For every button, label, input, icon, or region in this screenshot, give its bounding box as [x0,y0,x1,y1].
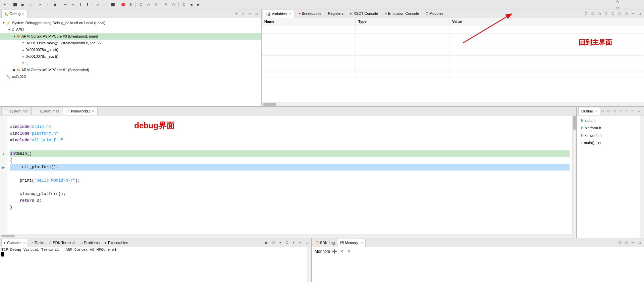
variables-tab[interactable]: 📊 Variables ✕ [263,10,295,18]
debug-frame-0[interactable]: ≡ 0x001005ec main(): ../src/helloworld.c… [0,40,261,46]
debug-arm-core0-item[interactable]: ▾ ⚙ ARM Cortex-A9 MPCore #0 (Breakpoint:… [0,33,261,40]
problems-tab[interactable]: ⚠ Problems [78,239,102,247]
variables-hscrollbar[interactable] [262,102,644,106]
var-action-btn-7[interactable]: ⬡ [623,11,629,17]
console-btn-2[interactable]: ⬡ [270,240,276,246]
debug-frame-2[interactable]: ≡ 0x0010078c _start() [0,53,261,60]
toolbar-btn-18[interactable]: ⬡ [152,1,159,8]
monitor-close-btn[interactable]: ✕ [346,248,352,254]
editor-hscrollbar[interactable] [0,234,576,238]
toolbar-btn-20[interactable]: ⬡ [170,1,177,8]
toolbar-btn-4[interactable]: ▸ [37,1,44,8]
outline-item-main[interactable]: ● main() : int [578,139,639,146]
outline-item-platform[interactable]: H platform.h [578,124,639,132]
toolbar-btn-19[interactable]: ✎ [163,1,169,8]
debug-frame-3[interactable]: ≡ ... [0,60,261,66]
editor-vscrollbar[interactable] [572,115,576,234]
outline-item-stdio[interactable]: H stdio.h [578,117,639,124]
var-action-btn-4[interactable]: ⬡ [603,11,609,17]
toolbar-btn-11[interactable]: ▷ [95,1,101,8]
debug-tab-close[interactable]: ✕ [22,12,24,15]
toolbar-btn-22[interactable]: ◀ [188,1,195,8]
console-btn-1[interactable]: ▶ [264,240,270,246]
outline-minimize-btn[interactable]: ─ [636,108,642,114]
gutter-bp[interactable]: ● [0,150,7,157]
console-btn-5[interactable]: ▾ [290,240,297,246]
console-minimize-btn[interactable]: ─ [297,240,303,246]
debug-maximize-btn[interactable]: □ [254,11,260,17]
outline-btn-4[interactable]: ⬡ [618,108,624,114]
variables-hscroll-thumb[interactable] [263,103,276,106]
toolbar-btn-16[interactable]: ⬡ [138,1,144,8]
toolbar-btn-10[interactable]: ⬇ [84,1,91,8]
outline-btn-5[interactable]: ⬡ [624,108,630,114]
toolbar-btn-5[interactable]: ⏸ [44,1,51,8]
registers-tab[interactable]: Registers [325,10,346,18]
toolbar-menu-btn[interactable]: ▾ [1,1,8,8]
toolbar-btn-17[interactable]: ⬡ [145,1,152,8]
editor-hscroll-thumb[interactable] [1,235,15,237]
debug-apu-item[interactable]: ▾ ⚙ APU [0,26,261,33]
memory-tab[interactable]: 💾 Memory ✕ [338,239,366,247]
toolbar-btn-12[interactable]: ⬜ [102,1,109,8]
outline-tab-close[interactable]: ✕ [594,109,597,113]
debug-xc7z010-item[interactable]: 🔧 xc7z010 [0,73,261,80]
monitor-add-btn[interactable]: ➕ [331,248,337,254]
outline-btn-3[interactable]: ⬡ [612,108,618,114]
outline-btn-2[interactable]: ⬡ [606,108,611,114]
sdk-btn-1[interactable]: ⬡ [616,240,623,246]
breakpoints-tab[interactable]: ● Breakpoints [296,10,324,18]
memory-tab-close[interactable]: ✕ [361,241,363,244]
debug-frame-1[interactable]: ≡ 0x0010078c _start() [0,46,261,53]
modules-tab[interactable]: ⬡ Modules [423,10,446,18]
toolbar-btn-15[interactable]: ⚙ [127,1,134,8]
toolbar-btn-21[interactable]: ⬡ [180,1,187,8]
toolbar-btn-8[interactable]: ↪ [69,1,76,8]
c-tab-close-btn[interactable]: ✕ [92,109,95,113]
console-vscrollbar[interactable] [307,247,311,282]
monitor-remove-btn[interactable]: ✕ [339,248,345,254]
editor-tab-system-mss[interactable]: 📄 system.mss [31,107,62,115]
editor-tab-helloworld-c[interactable]: 📄 helloworld.c ✕ [63,107,98,115]
outline-item-xil-printf[interactable]: H xil_printf.h [578,132,639,139]
toolbar-btn-24[interactable]: ⬡ [614,0,621,5]
var-action-btn-1[interactable]: ⬡ [583,11,589,17]
debug-tab[interactable]: 🐛 Debug ✕ [1,10,28,18]
sdk-terminal-tab[interactable]: ⬡ SDK Terminal [47,239,77,247]
console-btn-3[interactable]: ▾ [277,240,283,246]
console-tab-close[interactable]: ✕ [23,241,25,244]
toolbar-btn-2[interactable]: ◼ [19,1,26,8]
debug-session-item[interactable]: ▾ ⚡ System Debugger using Debug_hello.el… [0,19,261,26]
var-action-btn-3[interactable]: ⬡ [596,11,602,17]
tasks-tab[interactable]: ✓ Tasks [29,239,46,247]
toolbar-btn-6[interactable]: ⏹ [52,1,58,8]
console-text-area[interactable]: TCF Debug Virtual Terminal - ARM Cortex-… [0,247,307,282]
var-minimize-btn[interactable]: ─ [630,11,636,17]
variables-tab-close[interactable]: ✕ [289,12,292,15]
var-action-btn-5[interactable]: ⬡ [610,11,616,17]
toolbar-btn-23[interactable]: ▶ [195,1,202,8]
outline-vscrollbar[interactable] [640,115,644,238]
code-editor[interactable]: #include <stdio.h> #include "platform.h"… [7,115,572,234]
toolbar-btn-1[interactable]: ⬛ [12,1,18,8]
var-maximize-btn[interactable]: □ [637,11,643,17]
outline-btn-6[interactable]: ⬡ [630,108,636,114]
console-maximize-btn[interactable]: □ [304,240,310,246]
outline-tab[interactable]: Outline ✕ [578,107,600,115]
toolbar-btn-3[interactable]: ⬜ [26,1,33,8]
sdk-btn-4[interactable]: □ [637,240,643,246]
outline-maximize-btn[interactable]: □ [642,108,644,114]
outline-btn-1[interactable]: ⬡ [600,108,605,114]
var-action-btn-6[interactable]: ⬡ [616,11,623,17]
editor-vscroll-thumb[interactable] [573,116,576,130]
sdk-btn-3[interactable]: ─ [630,240,636,246]
console-btn-4[interactable]: ⬡ [284,240,290,246]
toolbar-btn-9[interactable]: ⬆ [77,1,84,8]
toolbar-btn-7[interactable]: ↩ [62,1,69,8]
xsct-console-tab[interactable]: ▶ XSCT Console [347,10,381,18]
editor-tab-system-hdf[interactable]: 📄 system.hdf [1,107,31,115]
sdk-log-tab[interactable]: 📋 SDK Log [313,239,337,247]
debug-arm-core1-item[interactable]: ▶ ⚙ ARM Cortex-A9 MPCore #1 (Suspended) [0,66,261,73]
debug-action-btn-2[interactable]: ↗ [240,11,246,17]
executables-tab[interactable]: ▶ Executables [103,239,130,247]
